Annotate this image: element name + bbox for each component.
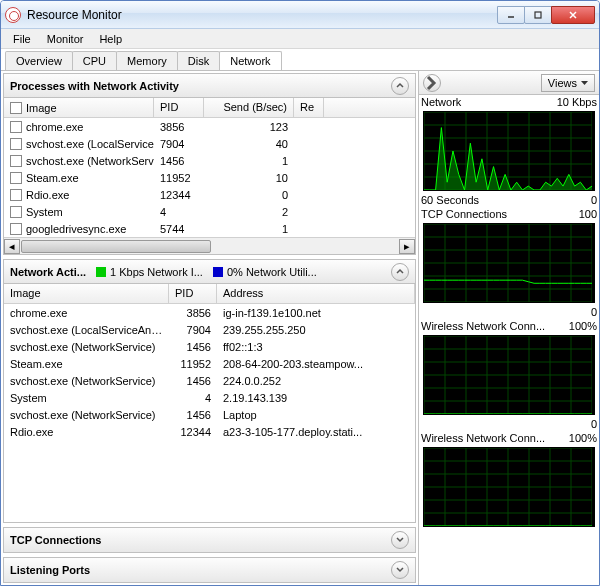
col-send[interactable]: Send (B/sec)	[204, 98, 294, 117]
table-row[interactable]: Steam.exe11952208-64-200-203.steampow...	[4, 355, 415, 372]
panel-tcp-connections: TCP Connections	[3, 527, 416, 553]
graph-2	[424, 336, 594, 414]
table-row[interactable]: Rdio.exe12344a23-3-105-177.deploy.stati.…	[4, 423, 415, 440]
tab-network[interactable]: Network	[219, 51, 281, 70]
table-row[interactable]: Rdio.exe123440	[4, 186, 415, 203]
tab-memory[interactable]: Memory	[116, 51, 178, 70]
panel-title: Listening Ports	[10, 564, 90, 576]
col-image[interactable]: Image	[4, 98, 154, 117]
row-checkbox[interactable]	[10, 155, 22, 167]
titlebar: Resource Monitor	[1, 1, 599, 29]
maximize-button[interactable]	[524, 6, 552, 24]
panel-listening-header[interactable]: Listening Ports	[4, 558, 415, 582]
graph-0	[424, 112, 594, 190]
left-pane: Processes with Network Activity Image PI…	[1, 71, 419, 585]
table-row[interactable]: googledrivesync.exe57441	[4, 220, 415, 237]
row-checkbox[interactable]	[10, 223, 22, 235]
panel-network-activity: Network Acti... 1 Kbps Network I... 0% N…	[3, 259, 416, 523]
col-pid[interactable]: PID	[154, 98, 204, 117]
menu-help[interactable]: Help	[91, 31, 130, 47]
tab-cpu[interactable]: CPU	[72, 51, 117, 70]
chevron-down-icon[interactable]	[391, 531, 409, 549]
right-header: Views	[419, 71, 599, 95]
panel-title: Network Acti...	[10, 266, 86, 278]
panel-title: TCP Connections	[10, 534, 101, 546]
col-image[interactable]: Image	[4, 284, 169, 303]
legend: 1 Kbps Network I... 0% Network Utili...	[96, 266, 391, 278]
process-table-body: chrome.exe3856123svchost.exe (LocalServi…	[4, 118, 415, 237]
column-headers: Image PID Send (B/sec) Re	[4, 98, 415, 118]
panel-processes-header[interactable]: Processes with Network Activity	[4, 74, 415, 98]
panel-activity-header[interactable]: Network Acti... 1 Kbps Network I... 0% N…	[4, 260, 415, 284]
legend-swatch-blue	[213, 267, 223, 277]
table-row[interactable]: chrome.exe3856ig-in-f139.1e100.net	[4, 304, 415, 321]
table-row[interactable]: svchost.exe (NetworkService)1456ff02::1:…	[4, 338, 415, 355]
collapse-right-icon[interactable]	[423, 74, 441, 92]
right-pane: Views Network10 Kbps60 Seconds0TCP Conne…	[419, 71, 599, 585]
close-button[interactable]	[551, 6, 595, 24]
table-row[interactable]: svchost.exe (LocalServiceAn...790440	[4, 135, 415, 152]
row-checkbox[interactable]	[10, 172, 22, 184]
panel-listening-ports: Listening Ports	[3, 557, 416, 583]
tab-disk[interactable]: Disk	[177, 51, 220, 70]
activity-table-body: chrome.exe3856ig-in-f139.1e100.netsvchos…	[4, 304, 415, 522]
graph-label-top: Network10 Kbps	[419, 95, 599, 109]
svg-marker-4	[581, 81, 588, 85]
minimize-button[interactable]	[497, 6, 525, 24]
window-title: Resource Monitor	[27, 8, 498, 22]
row-checkbox[interactable]	[10, 206, 22, 218]
col-recv[interactable]: Re	[294, 98, 324, 117]
table-row[interactable]: svchost.exe (NetworkService)14561	[4, 152, 415, 169]
table-row[interactable]: chrome.exe3856123	[4, 118, 415, 135]
chevron-down-icon[interactable]	[391, 561, 409, 579]
scroll-right-icon[interactable]: ▸	[399, 239, 415, 254]
svg-rect-1	[535, 12, 541, 18]
app-icon	[5, 7, 21, 23]
scroll-left-icon[interactable]: ◂	[4, 239, 20, 254]
col-address[interactable]: Address	[217, 284, 415, 303]
graph-label-top: TCP Connections100	[419, 207, 599, 221]
table-row[interactable]: svchost.exe (NetworkService)1456224.0.0.…	[4, 372, 415, 389]
chevron-up-icon[interactable]	[391, 263, 409, 281]
tab-overview[interactable]: Overview	[5, 51, 73, 70]
table-row[interactable]: svchost.exe (NetworkService)1456Laptop	[4, 406, 415, 423]
checkbox-all[interactable]	[10, 102, 22, 114]
panel-tcp-header[interactable]: TCP Connections	[4, 528, 415, 552]
menu-file[interactable]: File	[5, 31, 39, 47]
horizontal-scrollbar[interactable]: ◂ ▸	[4, 237, 415, 254]
views-button[interactable]: Views	[541, 74, 595, 92]
graph-1	[424, 224, 594, 302]
graph-label-bottom: 0	[419, 417, 599, 431]
column-headers: Image PID Address	[4, 284, 415, 304]
table-row[interactable]: svchost.exe (LocalServiceAndNo...7904239…	[4, 321, 415, 338]
table-row[interactable]: System42.19.143.139	[4, 389, 415, 406]
graph-label-bottom: 0	[419, 305, 599, 319]
scroll-thumb[interactable]	[21, 240, 211, 253]
graph-label-bottom: 60 Seconds0	[419, 193, 599, 207]
col-pid[interactable]: PID	[169, 284, 217, 303]
legend-swatch-green	[96, 267, 106, 277]
row-checkbox[interactable]	[10, 189, 22, 201]
graph-label-bottom	[419, 529, 599, 531]
tabstrip: Overview CPU Memory Disk Network	[1, 49, 599, 71]
menu-monitor[interactable]: Monitor	[39, 31, 92, 47]
table-row[interactable]: System42	[4, 203, 415, 220]
row-checkbox[interactable]	[10, 138, 22, 150]
row-checkbox[interactable]	[10, 121, 22, 133]
menubar: File Monitor Help	[1, 29, 599, 49]
graph-3	[424, 448, 594, 526]
chevron-up-icon[interactable]	[391, 77, 409, 95]
table-row[interactable]: Steam.exe1195210	[4, 169, 415, 186]
graph-label-top: Wireless Network Conn...100%	[419, 319, 599, 333]
graph-label-top: Wireless Network Conn...100%	[419, 431, 599, 445]
panel-processes: Processes with Network Activity Image PI…	[3, 73, 416, 255]
panel-title: Processes with Network Activity	[10, 80, 179, 92]
